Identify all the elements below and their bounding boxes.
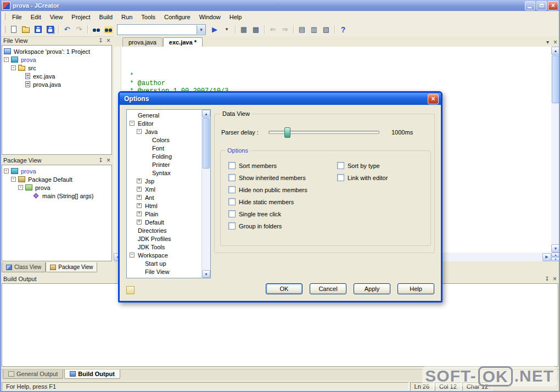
project-pane-icon[interactable]: ▩ (250, 24, 261, 35)
scroll-down-icon[interactable] (551, 244, 560, 253)
quick-scroll-up-icon[interactable] (551, 253, 560, 257)
checkbox-option[interactable]: Hide static members (228, 198, 307, 205)
expander-icon[interactable]: - (11, 177, 16, 182)
ok-button[interactable]: OK (266, 283, 303, 294)
minimize-button[interactable] (525, 1, 535, 10)
tree-item[interactable]: - prova (2, 167, 111, 175)
find-icon[interactable] (91, 24, 102, 35)
checkbox[interactable] (337, 162, 344, 169)
close-button[interactable] (548, 1, 558, 10)
scroll-down-icon[interactable] (202, 270, 210, 278)
expander-icon[interactable]: + (137, 203, 142, 208)
find-in-files-icon[interactable] (103, 24, 114, 35)
tab-prova-java[interactable]: prova.java (122, 37, 163, 47)
cancel-button[interactable]: Cancel (310, 283, 346, 294)
vertical-scroll-thumb[interactable] (552, 55, 559, 103)
combo-dropdown-icon[interactable] (197, 25, 205, 34)
find-combobox[interactable] (117, 24, 206, 35)
expander-icon[interactable]: + (137, 187, 142, 192)
checkbox[interactable] (337, 174, 344, 181)
class-wizard-icon[interactable]: ▦ (238, 24, 249, 35)
run-icon[interactable]: ▶ (209, 24, 220, 35)
back-icon[interactable]: ⇐ (267, 24, 278, 35)
help-icon[interactable]: ? (338, 24, 349, 35)
tree-item[interactable]: prova.java (2, 80, 111, 88)
scroll-right-icon[interactable] (542, 253, 551, 261)
checkbox-option[interactable]: Hide non public members (228, 186, 307, 193)
options-tree-item[interactable]: - Workspace (128, 251, 201, 259)
options-tree-item[interactable]: Directories (128, 226, 201, 234)
menu-item-project[interactable]: Project (67, 12, 94, 22)
forward-icon[interactable]: ⇒ (279, 24, 290, 35)
menu-item-window[interactable]: Window (195, 12, 225, 22)
tree-item[interactable]: - prova (2, 183, 111, 192)
expander-icon[interactable]: - (11, 65, 16, 70)
options-tree-item[interactable]: Colors (128, 136, 201, 144)
checkbox-option[interactable]: Link with editor (337, 174, 388, 181)
checkbox[interactable] (228, 198, 236, 205)
save-all-icon[interactable] (44, 24, 55, 35)
options-tree-item[interactable]: + Jsp (128, 177, 201, 185)
options-tree-item[interactable]: + Ant (128, 193, 201, 201)
checkbox-option[interactable]: Group in folders (228, 222, 307, 229)
checkbox[interactable] (228, 210, 236, 217)
pin-icon[interactable] (544, 276, 551, 283)
options-tree-item[interactable]: Syntax (128, 169, 201, 177)
menu-item-help[interactable]: Help (225, 12, 247, 22)
new-file-icon[interactable] (8, 24, 19, 35)
save-icon[interactable] (32, 24, 43, 35)
tab-class-view[interactable]: Class View (2, 262, 46, 272)
menu-item-tools[interactable]: Tools (137, 12, 160, 22)
dialog-titlebar[interactable]: Options (120, 93, 441, 105)
close-document-icon[interactable] (552, 38, 559, 46)
close-panel-icon[interactable] (105, 157, 112, 164)
expander-icon[interactable]: - (130, 121, 135, 126)
close-panel-icon[interactable] (105, 37, 112, 44)
tree-item[interactable]: - prova (2, 55, 111, 64)
help-button[interactable]: Help (397, 283, 434, 294)
menu-item-run[interactable]: Run (117, 12, 137, 22)
undo-icon[interactable]: ↶ (61, 24, 72, 35)
options-tree-item[interactable]: Folding (128, 152, 201, 160)
tree-item[interactable]: - Package Default (2, 175, 111, 183)
tree-item[interactable]: - src (2, 64, 111, 72)
scroll-up-icon[interactable] (202, 110, 210, 117)
run-dropdown-icon[interactable]: ▾ (221, 24, 232, 35)
options-tree-item[interactable]: - Java (128, 127, 201, 136)
tree-item[interactable]: exc.java (2, 72, 111, 80)
checkbox-option[interactable]: Show inherited members (228, 174, 307, 181)
expander-icon[interactable]: + (137, 195, 142, 200)
open-folder-icon[interactable] (20, 24, 31, 35)
view-pane-icon[interactable]: ▥ (309, 24, 320, 35)
options-tree-item[interactable]: + Plain (128, 210, 201, 218)
tree-item[interactable]: Workspace 'prova': 1 Project (2, 47, 111, 55)
expander-icon[interactable]: + (137, 211, 142, 216)
pin-icon[interactable] (97, 37, 104, 44)
workspace-pane-icon[interactable]: ▧ (321, 24, 332, 35)
expander-icon[interactable]: - (4, 57, 9, 62)
tab-exc-java[interactable]: exc.java * (163, 37, 203, 47)
tab-general-output[interactable]: General Output (3, 369, 63, 379)
options-tree-item[interactable]: + Xml (128, 185, 201, 193)
quick-scroll-down-icon[interactable] (551, 257, 560, 261)
tree-item[interactable]: main (String[] args) (2, 192, 111, 200)
parser-delay-slider[interactable] (268, 131, 379, 134)
options-tree-item[interactable]: JDK Profiles (128, 234, 201, 243)
options-tree-item[interactable]: File View (128, 267, 201, 276)
dialog-close-button[interactable] (428, 94, 439, 104)
redo-icon[interactable]: ↷ (74, 24, 85, 35)
options-tree-item[interactable]: Font (128, 144, 201, 152)
menu-item-build[interactable]: Build (95, 12, 117, 22)
expander-icon[interactable]: - (130, 253, 135, 257)
expander-icon[interactable]: - (4, 169, 9, 173)
checkbox-option[interactable]: Sort by type (337, 162, 388, 169)
tab-build-output[interactable]: Build Output (64, 369, 120, 379)
maximize-button[interactable] (536, 1, 547, 10)
output-pane-icon[interactable]: ▤ (296, 24, 307, 35)
menu-item-view[interactable]: View (46, 12, 68, 22)
options-tree-item[interactable]: + Default (128, 218, 201, 226)
options-tree-item[interactable]: + Html (128, 201, 201, 210)
checkbox-option[interactable]: Single tree click (228, 210, 307, 217)
options-tree-item[interactable]: - Editor (128, 119, 201, 127)
options-tree-item[interactable]: Start up (128, 259, 201, 267)
